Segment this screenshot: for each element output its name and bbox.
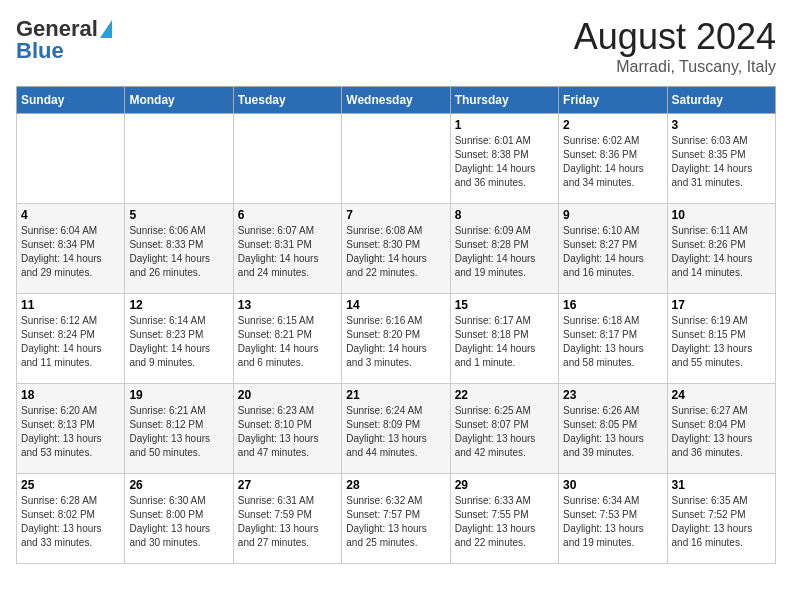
calendar-day-4: 4Sunrise: 6:04 AMSunset: 8:34 PMDaylight…: [17, 204, 125, 294]
calendar-title: August 2024: [574, 16, 776, 58]
calendar-body: 1Sunrise: 6:01 AMSunset: 8:38 PMDaylight…: [17, 114, 776, 564]
day-info: Sunrise: 6:10 AMSunset: 8:27 PMDaylight:…: [563, 224, 662, 280]
day-info: Sunrise: 6:18 AMSunset: 8:17 PMDaylight:…: [563, 314, 662, 370]
calendar-week-row: 1Sunrise: 6:01 AMSunset: 8:38 PMDaylight…: [17, 114, 776, 204]
day-number: 4: [21, 208, 120, 222]
day-number: 31: [672, 478, 771, 492]
day-number: 19: [129, 388, 228, 402]
day-number: 12: [129, 298, 228, 312]
calendar-week-row: 4Sunrise: 6:04 AMSunset: 8:34 PMDaylight…: [17, 204, 776, 294]
title-block: August 2024 Marradi, Tuscany, Italy: [574, 16, 776, 76]
calendar-day-30: 30Sunrise: 6:34 AMSunset: 7:53 PMDayligh…: [559, 474, 667, 564]
day-number: 8: [455, 208, 554, 222]
day-info: Sunrise: 6:24 AMSunset: 8:09 PMDaylight:…: [346, 404, 445, 460]
day-info: Sunrise: 6:01 AMSunset: 8:38 PMDaylight:…: [455, 134, 554, 190]
weekday-header-saturday: Saturday: [667, 87, 775, 114]
calendar-day-2: 2Sunrise: 6:02 AMSunset: 8:36 PMDaylight…: [559, 114, 667, 204]
day-number: 22: [455, 388, 554, 402]
day-number: 25: [21, 478, 120, 492]
calendar-day-empty: [233, 114, 341, 204]
day-number: 20: [238, 388, 337, 402]
calendar-table: SundayMondayTuesdayWednesdayThursdayFrid…: [16, 86, 776, 564]
day-info: Sunrise: 6:03 AMSunset: 8:35 PMDaylight:…: [672, 134, 771, 190]
day-number: 11: [21, 298, 120, 312]
day-number: 28: [346, 478, 445, 492]
day-info: Sunrise: 6:06 AMSunset: 8:33 PMDaylight:…: [129, 224, 228, 280]
day-info: Sunrise: 6:11 AMSunset: 8:26 PMDaylight:…: [672, 224, 771, 280]
calendar-day-23: 23Sunrise: 6:26 AMSunset: 8:05 PMDayligh…: [559, 384, 667, 474]
day-info: Sunrise: 6:28 AMSunset: 8:02 PMDaylight:…: [21, 494, 120, 550]
day-info: Sunrise: 6:09 AMSunset: 8:28 PMDaylight:…: [455, 224, 554, 280]
day-info: Sunrise: 6:16 AMSunset: 8:20 PMDaylight:…: [346, 314, 445, 370]
day-info: Sunrise: 6:21 AMSunset: 8:12 PMDaylight:…: [129, 404, 228, 460]
day-number: 27: [238, 478, 337, 492]
day-number: 1: [455, 118, 554, 132]
page-header: General Blue August 2024 Marradi, Tuscan…: [16, 16, 776, 76]
calendar-day-16: 16Sunrise: 6:18 AMSunset: 8:17 PMDayligh…: [559, 294, 667, 384]
calendar-day-7: 7Sunrise: 6:08 AMSunset: 8:30 PMDaylight…: [342, 204, 450, 294]
calendar-day-10: 10Sunrise: 6:11 AMSunset: 8:26 PMDayligh…: [667, 204, 775, 294]
day-info: Sunrise: 6:26 AMSunset: 8:05 PMDaylight:…: [563, 404, 662, 460]
day-number: 14: [346, 298, 445, 312]
day-info: Sunrise: 6:25 AMSunset: 8:07 PMDaylight:…: [455, 404, 554, 460]
day-number: 26: [129, 478, 228, 492]
calendar-day-12: 12Sunrise: 6:14 AMSunset: 8:23 PMDayligh…: [125, 294, 233, 384]
calendar-day-empty: [125, 114, 233, 204]
calendar-day-8: 8Sunrise: 6:09 AMSunset: 8:28 PMDaylight…: [450, 204, 558, 294]
calendar-day-14: 14Sunrise: 6:16 AMSunset: 8:20 PMDayligh…: [342, 294, 450, 384]
day-info: Sunrise: 6:33 AMSunset: 7:55 PMDaylight:…: [455, 494, 554, 550]
day-info: Sunrise: 6:15 AMSunset: 8:21 PMDaylight:…: [238, 314, 337, 370]
day-info: Sunrise: 6:31 AMSunset: 7:59 PMDaylight:…: [238, 494, 337, 550]
calendar-day-17: 17Sunrise: 6:19 AMSunset: 8:15 PMDayligh…: [667, 294, 775, 384]
calendar-day-29: 29Sunrise: 6:33 AMSunset: 7:55 PMDayligh…: [450, 474, 558, 564]
calendar-day-28: 28Sunrise: 6:32 AMSunset: 7:57 PMDayligh…: [342, 474, 450, 564]
calendar-header: SundayMondayTuesdayWednesdayThursdayFrid…: [17, 87, 776, 114]
day-number: 2: [563, 118, 662, 132]
calendar-week-row: 18Sunrise: 6:20 AMSunset: 8:13 PMDayligh…: [17, 384, 776, 474]
day-number: 30: [563, 478, 662, 492]
calendar-day-22: 22Sunrise: 6:25 AMSunset: 8:07 PMDayligh…: [450, 384, 558, 474]
weekday-header-sunday: Sunday: [17, 87, 125, 114]
day-number: 6: [238, 208, 337, 222]
day-number: 5: [129, 208, 228, 222]
weekday-header-row: SundayMondayTuesdayWednesdayThursdayFrid…: [17, 87, 776, 114]
day-info: Sunrise: 6:14 AMSunset: 8:23 PMDaylight:…: [129, 314, 228, 370]
calendar-day-27: 27Sunrise: 6:31 AMSunset: 7:59 PMDayligh…: [233, 474, 341, 564]
calendar-day-1: 1Sunrise: 6:01 AMSunset: 8:38 PMDaylight…: [450, 114, 558, 204]
calendar-day-3: 3Sunrise: 6:03 AMSunset: 8:35 PMDaylight…: [667, 114, 775, 204]
calendar-day-19: 19Sunrise: 6:21 AMSunset: 8:12 PMDayligh…: [125, 384, 233, 474]
calendar-day-5: 5Sunrise: 6:06 AMSunset: 8:33 PMDaylight…: [125, 204, 233, 294]
day-number: 17: [672, 298, 771, 312]
day-number: 15: [455, 298, 554, 312]
calendar-day-31: 31Sunrise: 6:35 AMSunset: 7:52 PMDayligh…: [667, 474, 775, 564]
calendar-day-15: 15Sunrise: 6:17 AMSunset: 8:18 PMDayligh…: [450, 294, 558, 384]
day-info: Sunrise: 6:02 AMSunset: 8:36 PMDaylight:…: [563, 134, 662, 190]
calendar-day-26: 26Sunrise: 6:30 AMSunset: 8:00 PMDayligh…: [125, 474, 233, 564]
day-number: 16: [563, 298, 662, 312]
weekday-header-tuesday: Tuesday: [233, 87, 341, 114]
calendar-subtitle: Marradi, Tuscany, Italy: [574, 58, 776, 76]
day-info: Sunrise: 6:07 AMSunset: 8:31 PMDaylight:…: [238, 224, 337, 280]
day-number: 3: [672, 118, 771, 132]
calendar-day-empty: [342, 114, 450, 204]
calendar-day-13: 13Sunrise: 6:15 AMSunset: 8:21 PMDayligh…: [233, 294, 341, 384]
day-info: Sunrise: 6:19 AMSunset: 8:15 PMDaylight:…: [672, 314, 771, 370]
day-number: 10: [672, 208, 771, 222]
day-number: 23: [563, 388, 662, 402]
calendar-day-24: 24Sunrise: 6:27 AMSunset: 8:04 PMDayligh…: [667, 384, 775, 474]
day-info: Sunrise: 6:23 AMSunset: 8:10 PMDaylight:…: [238, 404, 337, 460]
logo-triangle-icon: [100, 20, 112, 38]
calendar-day-11: 11Sunrise: 6:12 AMSunset: 8:24 PMDayligh…: [17, 294, 125, 384]
day-info: Sunrise: 6:04 AMSunset: 8:34 PMDaylight:…: [21, 224, 120, 280]
logo-blue-text: Blue: [16, 38, 64, 64]
day-info: Sunrise: 6:17 AMSunset: 8:18 PMDaylight:…: [455, 314, 554, 370]
calendar-day-6: 6Sunrise: 6:07 AMSunset: 8:31 PMDaylight…: [233, 204, 341, 294]
day-info: Sunrise: 6:27 AMSunset: 8:04 PMDaylight:…: [672, 404, 771, 460]
day-number: 29: [455, 478, 554, 492]
calendar-day-empty: [17, 114, 125, 204]
logo: General Blue: [16, 16, 112, 64]
day-info: Sunrise: 6:20 AMSunset: 8:13 PMDaylight:…: [21, 404, 120, 460]
weekday-header-wednesday: Wednesday: [342, 87, 450, 114]
weekday-header-monday: Monday: [125, 87, 233, 114]
day-number: 24: [672, 388, 771, 402]
